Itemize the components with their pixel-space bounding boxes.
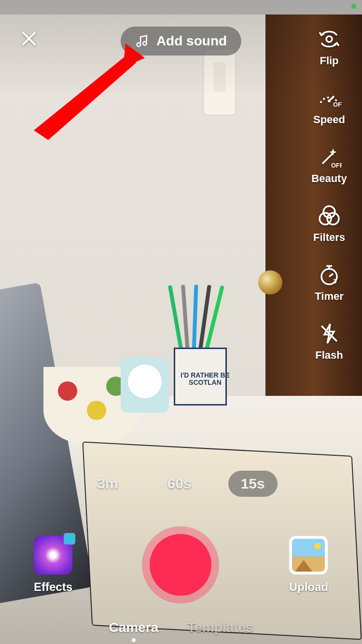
image-icon [292,539,325,572]
timer-button[interactable]: 3 Timer [315,262,344,303]
flash-off-icon [317,321,342,346]
close-button[interactable] [17,27,41,51]
duration-selector: 3m 60s 15s [0,471,362,497]
svg-text:OFF: OFF [331,162,342,169]
music-note-icon [135,34,150,48]
speedometer-icon: OFF [317,85,342,111]
status-bar [0,0,362,14]
add-sound-button[interactable]: Add sound [121,27,241,56]
mode-tabs: Camera Templates [0,620,362,635]
tool-rail: Flip OFF Speed OFF Beauty [305,27,353,362]
filters-icon [317,203,342,228]
record-button-inner [150,534,211,596]
flash-label: Flash [315,349,343,362]
flash-button[interactable]: Flash [315,321,343,362]
svg-text:OFF: OFF [333,101,342,108]
effects-icon [34,536,72,574]
mode-tab-camera[interactable]: Camera [109,620,158,635]
upload-button[interactable]: Upload [289,536,328,594]
recording-indicator-dot [351,4,356,9]
flip-icon [317,27,342,52]
duration-option-3m[interactable]: 3m [84,471,130,497]
stopwatch-icon: 3 [317,262,342,287]
camera-screen: I'D RATHER BE SCOTLAN Add sound [0,0,362,644]
duration-option-15s[interactable]: 15s [228,471,278,497]
bottom-controls: Effects Upload [0,526,362,603]
flip-label: Flip [320,55,338,67]
magic-wand-icon: OFF [317,144,342,169]
upload-label: Upload [289,580,328,594]
svg-point-10 [323,206,335,218]
flip-button[interactable]: Flip [317,27,342,67]
beauty-button[interactable]: OFF Beauty [311,144,347,185]
speed-label: Speed [313,113,345,126]
timer-label: Timer [315,290,344,303]
add-sound-label: Add sound [156,33,227,49]
filters-label: Filters [313,231,345,244]
mode-tab-templates[interactable]: Templates [187,620,253,635]
svg-point-4 [326,36,332,42]
svg-line-16 [329,274,333,277]
duration-option-60s[interactable]: 60s [155,471,204,497]
svg-point-12 [327,213,339,224]
svg-text:3: 3 [333,278,336,285]
effects-label: Effects [34,580,72,594]
close-icon [20,29,38,48]
effects-button[interactable]: Effects [34,536,72,594]
record-button[interactable] [142,526,219,603]
upload-thumbnail [289,536,328,574]
speed-button[interactable]: OFF Speed [313,85,345,126]
svg-point-6 [328,99,331,102]
beauty-label: Beauty [311,172,347,185]
filters-button[interactable]: Filters [313,203,345,244]
